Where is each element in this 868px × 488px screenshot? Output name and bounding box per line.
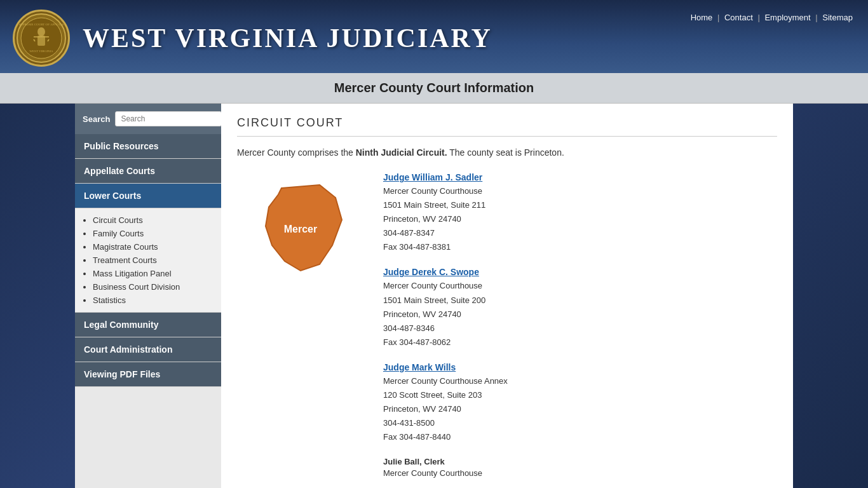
intro-text-2: The county seat is Princeton. [447, 147, 564, 158]
judge-name[interactable]: Judge William J. Sadler [383, 172, 777, 182]
home-link[interactable]: Home [691, 13, 713, 22]
header-nav[interactable]: Home | Contact | Employment | Sitemap [688, 13, 855, 22]
section-heading: CIRCUIT COURT [237, 116, 777, 137]
page-title-bar: Mercer County Court Information [0, 73, 868, 104]
svg-text:WEST VIRGINIA: WEST VIRGINIA [29, 50, 53, 53]
search-label: Search [83, 114, 110, 124]
employment-link[interactable]: Employment [764, 13, 810, 22]
sidebar-item-viewing-pdf[interactable]: Viewing PDF Files [75, 362, 221, 387]
svg-text:SUPREME COURT OF APPEALS: SUPREME COURT OF APPEALS [18, 23, 64, 26]
search-bar: Search 🔍 [75, 104, 221, 134]
county-map: Mercer [237, 172, 364, 287]
sidebar-item-appellate-courts[interactable]: Appellate Courts [75, 159, 221, 184]
page-title: Mercer County Court Information [8, 81, 860, 95]
sub-nav-item[interactable]: Business Court Division [93, 280, 221, 294]
site-title: WEST VIRGINIA JUDICIARY [83, 23, 492, 53]
main-layout: Search 🔍 Public Resources Appellate Cour… [75, 104, 793, 488]
judge-entry: Judge Derek C. SwopeMercer County Courth… [383, 267, 777, 349]
judges-list: Judge William J. SadlerMercer County Cou… [383, 172, 777, 481]
sub-nav-list: Circuit CourtsFamily CourtsMagistrate Co… [93, 214, 221, 307]
clerk-entry: Julie Ball, ClerkMercer County Courthous… [383, 457, 777, 480]
svg-text:Mercer: Mercer [284, 224, 317, 234]
contact-link[interactable]: Contact [724, 13, 753, 22]
judge-info: Mercer County Courthouse Annex120 Scott … [383, 374, 777, 444]
sub-nav-item[interactable]: Family Courts [93, 227, 221, 240]
sidebar-item-court-administration[interactable]: Court Administration [75, 337, 221, 362]
header-right: Home | Contact | Employment | Sitemap [688, 10, 855, 22]
judge-info: Mercer County Courthouse1501 Main Street… [383, 184, 777, 254]
sub-nav-item[interactable]: Treatment Courts [93, 254, 221, 267]
judge-entry: Judge William J. SadlerMercer County Cou… [383, 172, 777, 254]
clerk-name: Julie Ball, Clerk [383, 457, 777, 466]
sidebar-item-lower-courts[interactable]: Lower Courts [75, 184, 221, 208]
sub-nav-item[interactable]: Magistrate Courts [93, 240, 221, 254]
clerk-info: Mercer County Courthouse [383, 466, 777, 480]
judge-name[interactable]: Judge Mark Wills [383, 362, 777, 372]
header-left: SUPREME COURT OF APPEALS WEST VIRGINIA W… [13, 10, 492, 67]
intro-text: Mercer County comprises the Ninth Judici… [237, 146, 777, 159]
sub-nav-item[interactable]: Circuit Courts [93, 214, 221, 227]
judge-info: Mercer County Courthouse1501 Main Street… [383, 279, 777, 349]
judge-name[interactable]: Judge Derek C. Swope [383, 267, 777, 277]
sidebar-item-legal-community[interactable]: Legal Community [75, 313, 221, 337]
circuit-court-section: CIRCUIT COURT Mercer County comprises th… [237, 116, 777, 481]
judge-entry: Judge Mark WillsMercer County Courthouse… [383, 362, 777, 444]
intro-text-1: Mercer County comprises the [237, 147, 356, 158]
court-details: Mercer Judge William J. SadlerMercer Cou… [237, 172, 777, 481]
sidebar: Search 🔍 Public Resources Appellate Cour… [75, 104, 221, 488]
svg-point-4 [37, 27, 45, 36]
sub-nav-item[interactable]: Mass Litigation Panel [93, 267, 221, 280]
sitemap-link[interactable]: Sitemap [822, 13, 853, 22]
intro-bold: Ninth Judicial Circuit. [356, 147, 447, 158]
sub-nav: Circuit CourtsFamily CourtsMagistrate Co… [75, 208, 221, 313]
sub-nav-item[interactable]: Statistics [93, 294, 221, 307]
court-seal: SUPREME COURT OF APPEALS WEST VIRGINIA [13, 10, 70, 67]
sidebar-item-public-resources[interactable]: Public Resources [75, 134, 221, 159]
search-input[interactable] [115, 111, 222, 126]
content-area: CIRCUIT COURT Mercer County comprises th… [221, 104, 793, 488]
site-header: SUPREME COURT OF APPEALS WEST VIRGINIA W… [0, 0, 868, 73]
